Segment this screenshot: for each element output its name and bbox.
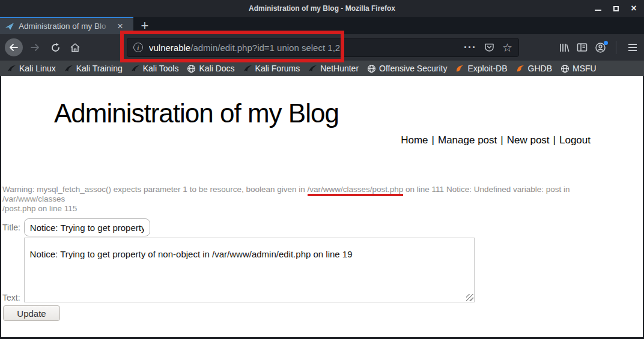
kali-dragon-icon (243, 64, 252, 73)
reload-icon[interactable] (48, 43, 62, 53)
bookmark-offensive-security[interactable]: Offensive Security (367, 64, 447, 73)
pocket-icon[interactable] (484, 43, 494, 52)
site-info-icon[interactable]: i (133, 43, 143, 52)
nav-separator: | (432, 134, 434, 146)
kali-dragon-icon (131, 64, 140, 73)
underlined-path-annotation: /var/www/classes/post.php (308, 185, 404, 196)
bookmark-ghdb[interactable]: GHDB (516, 64, 552, 73)
nav-link-new-post[interactable]: New post (507, 134, 550, 146)
exploitdb-bird-icon (516, 64, 525, 73)
bookmark-msfu[interactable]: MSFU (560, 64, 597, 73)
back-icon[interactable] (5, 38, 23, 56)
exploitdb-bird-icon (455, 64, 464, 73)
bookmark-kali-training[interactable]: Kali Training (64, 64, 123, 73)
minimize-button[interactable] (594, 4, 602, 13)
kali-dragon-icon (308, 64, 317, 73)
kali-dragon-icon (7, 64, 16, 73)
navigation-toolbar: i vulnerable/admin/edit.php?id=1 union s… (0, 34, 644, 61)
warning-line-1: Warning: mysql_fetch_assoc() expects par… (2, 185, 620, 204)
url-host: vulnerable (149, 43, 190, 53)
toolbar-separator (616, 41, 616, 54)
page-actions-icon[interactable]: ··· (464, 44, 476, 50)
url-path: /admin/edit.php?id=1 union select 1,2 (190, 43, 340, 53)
nav-link-logout[interactable]: Logout (559, 134, 591, 146)
tab-favicon (5, 22, 14, 31)
bookmark-kali-forums[interactable]: Kali Forums (243, 64, 300, 73)
bookmark-star-icon[interactable]: ☆ (502, 42, 512, 53)
maximize-button[interactable] (612, 4, 620, 13)
url-bar[interactable]: i vulnerable/admin/edit.php?id=1 union s… (127, 38, 519, 57)
text-label: Text: (2, 293, 20, 302)
nav-link-manage-post[interactable]: Manage post (438, 134, 497, 146)
php-warning-text: Warning: mysql_fetch_assoc() expects par… (1, 185, 620, 214)
bookmarks-toolbar: Kali Linux Kali Training Kali Tools Kali… (0, 61, 644, 76)
library-icon[interactable] (559, 43, 570, 53)
nav-separator: | (553, 134, 556, 146)
account-notification-badge (604, 41, 608, 45)
kali-dragon-icon (64, 64, 73, 73)
text-textarea[interactable]: Notice: Trying to get property of non-ob… (24, 238, 475, 302)
account-icon[interactable] (595, 42, 606, 53)
forward-icon[interactable] (28, 43, 42, 52)
home-icon[interactable] (67, 43, 83, 53)
bookmark-exploit-db[interactable]: Exploit-DB (455, 64, 507, 73)
warning-line-2: /post.php on line 115 (2, 204, 620, 214)
text-field-row: Text: Notice: Trying to get property of … (1, 238, 643, 302)
tab-bar: Administration of my Blo × + (0, 17, 644, 34)
nav-link-home[interactable]: Home (401, 134, 428, 146)
nav-separator: | (500, 134, 503, 146)
menu-icon[interactable] (626, 41, 639, 53)
title-input[interactable] (24, 218, 150, 236)
close-button[interactable]: × (630, 4, 638, 13)
tab-close-icon[interactable]: × (117, 21, 123, 31)
new-tab-button[interactable]: + (133, 17, 156, 34)
page-title: Administration of my Blog (54, 100, 643, 127)
title-label: Title: (2, 223, 20, 232)
page-nav: Home|Manage post|New post|Logout (1, 134, 591, 146)
sidebar-icon[interactable] (577, 43, 588, 52)
window-title: Administration of my Blog - Mozilla Fire… (249, 4, 395, 13)
globe-icon (367, 64, 376, 73)
globe-icon (560, 64, 570, 73)
bookmark-kali-tools[interactable]: Kali Tools (131, 64, 179, 73)
bookmark-nethunter[interactable]: NetHunter (308, 64, 359, 73)
bookmark-kali-linux[interactable]: Kali Linux (7, 64, 56, 73)
bookmark-kali-docs[interactable]: Kali Docs (187, 64, 234, 73)
tab-title: Administration of my Blo (19, 22, 112, 31)
window-controls: × (594, 0, 638, 17)
window-titlebar: Administration of my Blog - Mozilla Fire… (0, 0, 644, 17)
update-button[interactable]: Update (3, 305, 60, 321)
url-text[interactable]: vulnerable/admin/edit.php?id=1 union sel… (149, 43, 459, 53)
tab-administration-blog[interactable]: Administration of my Blo × (0, 17, 133, 34)
toolbar-right (559, 41, 639, 54)
globe-icon (187, 64, 196, 73)
page-content: Administration of my Blog Home|Manage po… (0, 76, 644, 339)
title-field-row: Title: (1, 218, 643, 236)
textarea-resize-handle[interactable] (466, 294, 473, 301)
